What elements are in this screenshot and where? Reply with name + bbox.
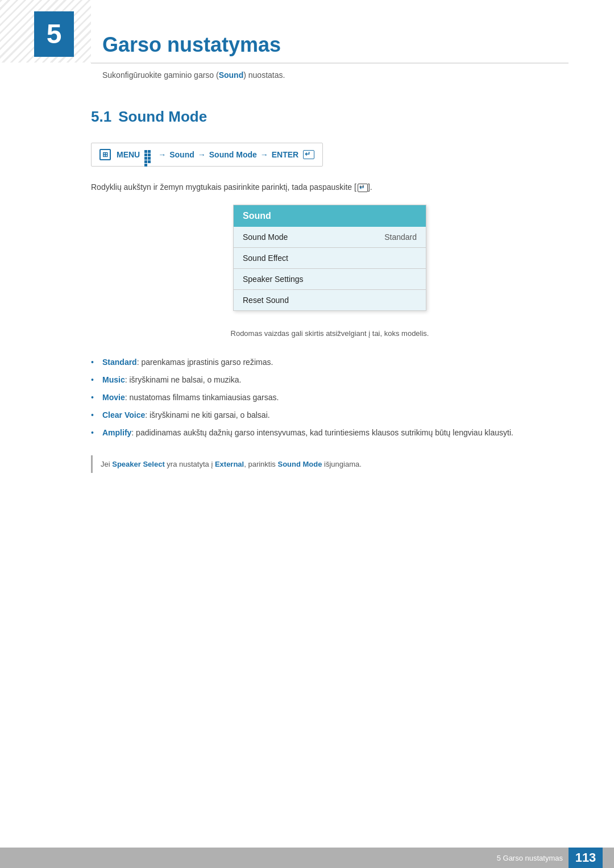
menu-item-sound-mode-label: Sound Mode [243,232,288,242]
chapter-block: 5 [34,11,74,57]
menu-header: Sound [234,205,426,227]
chapter-title: Garso nustatymas [91,17,569,64]
instruction-prefix: Rodyklių aukštyn ir žemyn mygtukais pasi… [91,182,356,192]
page-number: 113 [569,848,603,868]
subtitle-suffix: ) nuostatas. [243,70,285,80]
menu-item-sound-effect-label: Sound Effect [243,254,288,263]
list-item-clear-voice: Clear Voice: išryškinami ne kiti garsai,… [91,406,569,424]
menu-item-reset-sound-label: Reset Sound [243,296,289,305]
nav-arrow3: → [260,150,268,159]
list-item-music: Music: išryškinami ne balsai, o muzika. [91,371,569,389]
note-mid2: , parinktis [244,460,277,468]
bullet-text-movie: : nustatomas filmams tinkamiausias garsa… [125,393,279,402]
list-item-standard: Standard: parenkamas įprastinis garso re… [91,354,569,371]
nav-arrow2: → [198,150,206,159]
instruction-suffix: ]. [368,182,372,192]
menu-item-speaker-settings: Speaker Settings [234,269,426,290]
note-prefix: Jei [101,460,112,468]
note-box: Jei Speaker Select yra nustatyta į Exter… [91,455,569,473]
menu-item-sound-mode: Sound Mode Standard [234,227,426,248]
chapter-number: 5 [47,20,62,48]
menu-item-sound-mode-value: Standard [384,232,417,242]
bullet-text-amplify: : padidinamas aukštų dažnių garso intens… [131,428,513,437]
footer-text: 5 Garso nustatymas [497,854,563,862]
note-bold2: External [215,460,244,468]
list-item-movie: Movie: nustatomas filmams tinkamiausias … [91,389,569,406]
list-item-amplify: Amplify: padidinamas aukštų dažnių garso… [91,424,569,442]
main-content: Garso nustatymas Sukonfigūruokite gamini… [0,0,614,518]
note-bold3: Sound Mode [277,460,322,468]
below-menu-text: Rodomas vaizdas gali skirtis atsižvelgia… [91,329,569,338]
nav-sound-mode-label: Sound Mode [209,150,257,159]
nav-enter-label: ENTER [272,150,298,159]
note-bold1: Speaker Select [112,460,165,468]
bullet-bold-amplify: Amplify [102,428,131,437]
bullet-text-music: : išryškinami ne balsai, o muzika. [125,375,242,384]
bullet-bold-music: Music [102,375,125,384]
bullet-bold-standard: Standard [102,358,137,367]
menu-icon [99,149,111,160]
menu-item-sound-effect: Sound Effect [234,248,426,269]
bullet-bold-clear-voice: Clear Voice [102,410,145,420]
note-mid1: yra nustatyta į [165,460,215,468]
bullet-bold-movie: Movie [102,393,125,402]
section-number: 5.1 [91,108,111,125]
nav-sound-label: Sound [169,150,194,159]
menu-item-speaker-settings-label: Speaker Settings [243,275,304,284]
subtitle-bold: Sound [219,70,244,80]
nav-menu-label: MENU [117,150,140,159]
menu-item-reset-sound: Reset Sound [234,290,426,310]
chapter-subtitle: Sukonfigūruokite gaminio garso (Sound) n… [91,70,569,80]
section-title: Sound Mode [118,108,207,125]
bullet-text-clear-voice: : išryškinami ne kiti garsai, o balsai. [145,410,269,420]
nav-arrow1: → [158,150,166,159]
instruction-text: Rodyklių aukštyn ir žemyn mygtukais pasi… [91,182,569,192]
nav-path: MENU → Sound → Sound Mode → ENTER [91,143,323,167]
subtitle-prefix: Sukonfigūruokite gaminio garso ( [102,70,219,80]
section-heading: 5.1Sound Mode [91,108,569,126]
bottom-bar: 5 Garso nustatymas 113 [0,848,614,868]
bullet-list: Standard: parenkamas įprastinis garso re… [91,354,569,442]
bullet-text-standard: : parenkamas įprastinis garso režimas. [137,358,273,367]
sound-menu-mockup: Sound Sound Mode Standard Sound Effect S… [233,205,426,311]
note-suffix: išjungiama. [322,460,361,468]
enter-icon [303,150,314,159]
grid-icon [144,150,154,159]
